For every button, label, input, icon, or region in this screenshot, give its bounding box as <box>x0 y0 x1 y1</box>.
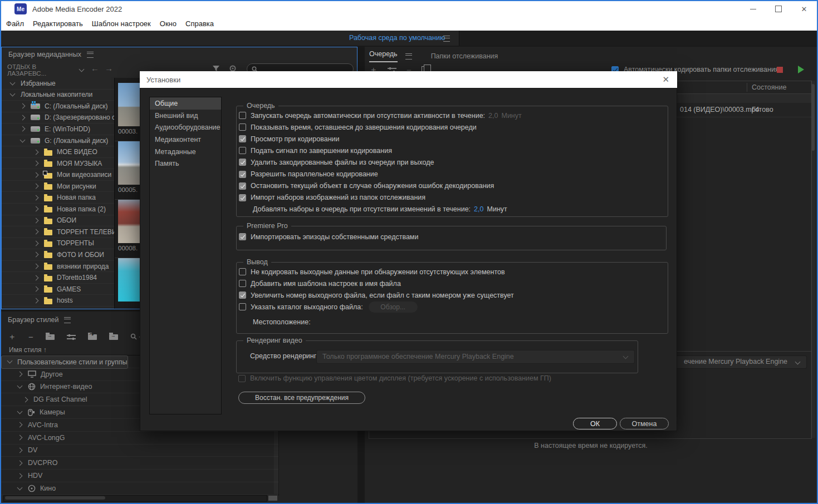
chevron-down-icon[interactable] <box>17 409 23 414</box>
tree-item-folder[interactable]: ОБОИ <box>2 215 114 227</box>
checkbox-import-sequences-natively[interactable] <box>239 233 246 240</box>
chevron-right-icon[interactable] <box>20 126 26 132</box>
preset-item-cinema[interactable]: Кино <box>1 482 278 495</box>
reset-warnings-button[interactable]: Восстан. все предупреждения <box>238 392 365 404</box>
chevron-right-icon[interactable] <box>33 206 39 212</box>
chevron-down-icon[interactable] <box>17 383 23 389</box>
preset-item-dvcpro[interactable]: DVCPRO <box>1 457 278 470</box>
cancel-button[interactable]: Отмена <box>620 418 669 429</box>
back-arrow-icon[interactable]: ← <box>91 63 99 73</box>
tree-item-folder[interactable]: ФОТО И ОБОИ <box>2 249 114 261</box>
tree-item-folder[interactable]: DToretto1984 <box>2 272 114 284</box>
tree-item-favorites[interactable]: Избранные <box>2 78 114 90</box>
workspace-menu-icon[interactable] <box>443 36 450 42</box>
chevron-right-icon[interactable] <box>33 286 39 292</box>
chevron-right-icon[interactable] <box>33 252 39 258</box>
chevron-right-icon[interactable] <box>33 184 39 189</box>
menu-help[interactable]: Справка <box>181 19 218 28</box>
panel-menu-icon[interactable] <box>87 52 94 58</box>
menu-edit[interactable]: Редактировать <box>28 19 87 28</box>
tree-item-folder[interactable]: Новая папка (2) <box>2 204 114 215</box>
chevron-right-icon[interactable] <box>17 372 23 377</box>
tab-queue[interactable]: Очередь <box>369 50 398 62</box>
preset-settings-icon[interactable] <box>67 334 76 340</box>
panel-menu-icon[interactable] <box>64 317 71 323</box>
new-group-icon[interactable] <box>46 334 55 340</box>
tree-item-folder[interactable]: Мои видеозаписи <box>2 169 114 181</box>
tree-item-folder[interactable]: МОЕ ВИДЕО <box>2 146 114 158</box>
checkbox-preview-while-encoding[interactable] <box>239 135 246 142</box>
tree-item-folder[interactable]: ТОРРЕНТ ТЕЛЕВИД <box>2 226 114 238</box>
chevron-right-icon[interactable] <box>33 240 39 246</box>
chevron-right-icon[interactable] <box>33 298 39 303</box>
preset-group-user[interactable]: Пользовательские стили и группы <box>1 355 128 369</box>
category-general[interactable]: Общие <box>150 97 221 110</box>
checkbox-parallel-encoding[interactable] <box>239 171 246 178</box>
location-dropdown[interactable]: ОТДЫХ В ЛАЗАРЕВС... <box>7 64 90 76</box>
tree-item-folder[interactable]: МОЯ МУЗЫКА <box>2 158 114 170</box>
checkbox-increment-output-name[interactable] <box>239 291 246 299</box>
tree-item-folder[interactable]: GAMES <box>2 284 114 295</box>
minimize-button[interactable] <box>740 1 766 17</box>
chevron-right-icon[interactable] <box>17 460 23 466</box>
checkbox-auto-start-queue[interactable] <box>239 112 246 119</box>
chevron-down-icon[interactable] <box>10 91 16 97</box>
chevron-right-icon[interactable] <box>33 149 39 155</box>
tree-item-drive-e[interactable]: E: (WinToHDD) <box>2 123 114 135</box>
chevron-down-icon[interactable] <box>10 80 16 85</box>
chevron-right-icon[interactable] <box>33 161 39 166</box>
delete-preset-icon[interactable]: − <box>28 332 33 342</box>
category-memory[interactable]: Память <box>150 157 221 170</box>
chevron-right-icon[interactable] <box>33 218 39 223</box>
queue-scrollbar[interactable] <box>811 81 815 438</box>
pref-value-editable[interactable]: 2,0 <box>474 205 483 213</box>
preset-sort-header[interactable]: Имя стиля ↑ <box>9 346 47 354</box>
preset-item-dv[interactable]: DV <box>1 444 278 457</box>
chevron-right-icon[interactable] <box>17 422 23 428</box>
chevron-right-icon[interactable] <box>33 172 39 177</box>
export-preset-icon[interactable] <box>109 334 118 340</box>
maximize-button[interactable] <box>766 1 791 17</box>
ok-button[interactable]: ОК <box>573 418 617 429</box>
tree-item-folder[interactable]: ТОРРЕНТЫ <box>2 238 114 250</box>
tree-item-local-drives[interactable]: Локальные накопители <box>2 90 114 101</box>
chevron-right-icon[interactable] <box>33 195 39 200</box>
workspace-tab-label[interactable]: Рабочая среда по умолчанию <box>349 34 445 42</box>
status-column-header[interactable]: Состояние <box>752 83 786 91</box>
import-preset-icon[interactable] <box>88 334 97 340</box>
menu-preset[interactable]: Шаблон настроек <box>87 19 155 28</box>
chevron-right-icon[interactable] <box>20 115 26 120</box>
new-preset-icon[interactable]: ＋ <box>8 332 16 342</box>
checkbox-skip-missing-elements[interactable] <box>239 268 246 275</box>
chevron-right-icon[interactable] <box>33 264 39 269</box>
chevron-right-icon[interactable] <box>17 448 23 453</box>
preset-item-avc-longg[interactable]: AVC-LongG <box>1 432 278 444</box>
chevron-down-icon[interactable] <box>20 137 26 142</box>
preset-item-hdv[interactable]: HDV <box>1 470 278 482</box>
menu-window[interactable]: Окно <box>155 19 181 28</box>
scrollbar-thumb[interactable] <box>811 84 815 151</box>
checkbox-specify-output-folder[interactable] <box>239 303 246 310</box>
scrollbar-thumb[interactable] <box>5 496 105 500</box>
tree-item-drive-d[interactable]: D: (Зарезервировано с <box>2 112 114 124</box>
tree-item-folder[interactable]: Новая папка <box>2 192 114 204</box>
checkbox-show-remaining-time[interactable] <box>239 123 246 131</box>
tree-item-folder[interactable]: вязники природа <box>2 261 114 273</box>
chevron-right-icon[interactable] <box>17 435 23 441</box>
checkbox-import-image-sequences[interactable] <box>239 194 246 201</box>
start-queue-icon[interactable] <box>798 66 804 73</box>
tree-item-drive-g[interactable]: G: (Локальный диск) <box>2 135 114 147</box>
category-audio-hardware[interactable]: Аудиооборудование <box>150 121 221 134</box>
category-metadata[interactable]: Метаданные <box>150 146 221 158</box>
chevron-right-icon[interactable] <box>17 473 23 478</box>
tree-item-folder[interactable]: hosts <box>2 295 114 307</box>
preset-horizontal-scrollbar[interactable] <box>3 495 267 502</box>
chevron-right-icon[interactable] <box>33 229 39 235</box>
forward-arrow-icon[interactable]: → <box>105 63 113 73</box>
chevron-right-icon[interactable] <box>33 275 39 280</box>
workspace-tab[interactable]: Рабочая среда по умолчанию <box>1 31 459 46</box>
checkbox-beep-when-finished[interactable] <box>239 147 246 154</box>
checkbox-stop-on-decode-errors[interactable] <box>239 182 246 190</box>
category-appearance[interactable]: Внешний вид <box>150 110 221 122</box>
tree-item-folder[interactable]: Мои рисунки <box>2 181 114 192</box>
